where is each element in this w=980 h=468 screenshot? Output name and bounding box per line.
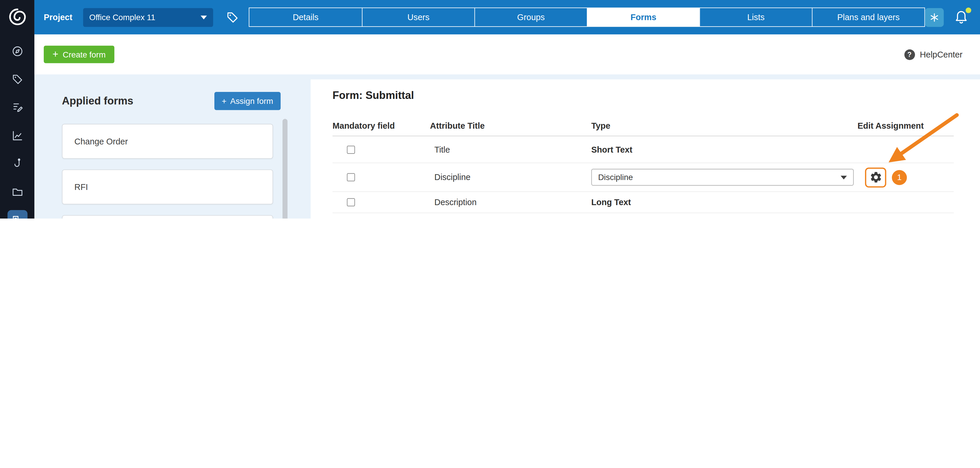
topbar-right-icons xyxy=(925,8,980,27)
create-form-button[interactable]: + Create form xyxy=(44,46,115,63)
sidebar-item-crane[interactable] xyxy=(7,154,27,174)
applied-forms-header: Applied forms + Assign form xyxy=(62,91,281,111)
chevron-down-icon xyxy=(200,16,207,19)
chevron-down-icon xyxy=(841,175,847,179)
form-card-rfi[interactable]: RFI xyxy=(62,170,273,205)
col-edit-assignment: Edit Assignment xyxy=(858,121,954,131)
stats-icon xyxy=(11,129,24,142)
project-tabs: Details Users Groups Forms Lists Plans a… xyxy=(249,8,925,27)
mandatory-checkbox-discipline[interactable] xyxy=(347,173,355,181)
tab-forms[interactable]: Forms xyxy=(587,8,699,26)
folder-icon xyxy=(11,186,24,198)
tags-icon xyxy=(11,73,24,86)
plus-icon: + xyxy=(222,96,226,106)
applied-forms-scrollbar[interactable] xyxy=(283,119,288,218)
table-row-description: Description Long Text xyxy=(332,192,954,213)
top-navigation-bar: Project Office Complex 11 Details Users … xyxy=(34,0,980,34)
applied-forms-title: Applied forms xyxy=(62,95,133,107)
discipline-type-dropdown[interactable]: Discipline xyxy=(591,169,854,186)
mandatory-checkbox-description[interactable] xyxy=(347,198,355,206)
col-mandatory-field: Mandatory field xyxy=(332,121,430,131)
applied-forms-list: Change Order RFI Site diary Site diary (… xyxy=(62,124,273,218)
sidebar-item-tasks[interactable] xyxy=(7,97,27,118)
table-row-discipline: Discipline Discipline 1 xyxy=(332,163,954,192)
plus-icon: + xyxy=(52,49,58,59)
sidebar-item-tags[interactable] xyxy=(7,70,27,89)
app-logo[interactable] xyxy=(5,5,29,29)
mandatory-checkbox-title[interactable] xyxy=(347,145,355,153)
form-card-change-order[interactable]: Change Order xyxy=(62,124,273,159)
gear-icon xyxy=(869,171,882,184)
logo-spiral-icon xyxy=(7,7,27,27)
assign-form-label: Assign form xyxy=(230,96,273,106)
form-detail-panel: Form: Submittal Mandatory field Attribut… xyxy=(310,80,980,218)
sidebar-nav xyxy=(7,41,27,218)
tab-plans-and-layers[interactable]: Plans and layers xyxy=(812,8,924,26)
form-attributes-table: Mandatory field Attribute Title Type Edi… xyxy=(332,116,954,218)
create-form-label: Create form xyxy=(63,49,106,59)
notifications-button[interactable] xyxy=(954,9,970,25)
dropdown-value: Discipline xyxy=(598,172,633,182)
compass-icon xyxy=(11,45,24,57)
asterisk-icon xyxy=(929,12,940,23)
question-icon: ? xyxy=(904,49,915,59)
table-header-row: Mandatory field Attribute Title Type Edi… xyxy=(332,116,954,136)
tab-lists[interactable]: Lists xyxy=(699,8,812,26)
col-type: Type xyxy=(591,121,858,131)
building-icon xyxy=(11,214,24,218)
sidebar-item-projects[interactable] xyxy=(7,210,27,218)
form-card-site-diary[interactable]: Site diary xyxy=(62,215,273,218)
sidebar-item-stats[interactable] xyxy=(7,126,27,146)
notification-dot xyxy=(966,7,971,13)
tab-groups[interactable]: Groups xyxy=(474,8,587,26)
apps-button[interactable] xyxy=(925,8,943,27)
tasks-icon xyxy=(11,101,24,114)
project-selector-value: Office Complex 11 xyxy=(89,13,156,22)
sidebar-item-files[interactable] xyxy=(7,182,27,202)
assign-form-button[interactable]: + Assign form xyxy=(214,92,281,110)
tab-users[interactable]: Users xyxy=(362,8,474,26)
crane-hook-icon xyxy=(11,158,24,170)
project-label: Project xyxy=(44,13,72,22)
left-sidebar xyxy=(0,0,34,218)
edit-assignment-gear-discipline[interactable] xyxy=(867,169,884,186)
form-panel-title: Form: Submittal xyxy=(332,89,980,102)
app-window: Project Office Complex 11 Details Users … xyxy=(0,0,980,218)
gear-highlight-box xyxy=(865,167,886,187)
col-attribute-title: Attribute Title xyxy=(430,121,591,131)
tag-icon[interactable] xyxy=(226,10,239,24)
sidebar-item-compass[interactable] xyxy=(7,41,27,61)
tab-details[interactable]: Details xyxy=(250,8,362,26)
help-center-label: HelpCenter xyxy=(920,49,963,59)
table-row-title: Title Short Text xyxy=(332,136,954,163)
annotation-badge: 1 xyxy=(892,170,907,185)
project-selector[interactable]: Office Complex 11 xyxy=(83,8,213,27)
help-center-link[interactable]: ? HelpCenter xyxy=(904,49,963,59)
table-row-specification-section: Specification section Short Text xyxy=(332,213,954,218)
forms-toolbar: + Create form ? HelpCenter xyxy=(34,34,980,75)
